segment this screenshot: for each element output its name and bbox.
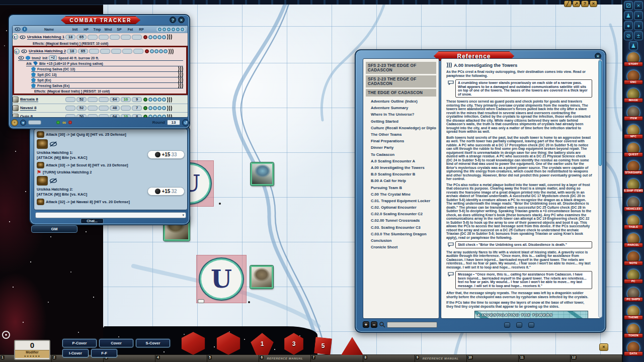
view-button[interactable] <box>516 322 522 328</box>
toc-item[interactable]: B.00 A Call for Help <box>366 177 436 184</box>
info-icon[interactable]: i <box>22 27 27 32</box>
toc-header[interactable]: SFS 2-23 THE EDGE OF CADASCON <box>366 62 436 74</box>
sp-cell[interactable]: 64 <box>110 97 120 102</box>
sp-cell[interactable]: 48 <box>110 106 120 111</box>
status-icon[interactable] <box>148 35 152 39</box>
reference-content[interactable]: A.00 Investigating the Towers As the PCs… <box>441 58 601 319</box>
init-cell[interactable] <box>65 97 75 102</box>
rp-cell[interactable]: 7 <box>132 106 142 111</box>
rp-cell[interactable] <box>132 35 142 40</box>
chat-log[interactable]: Attack [30] -> [at Quig 8] [HIT vs. 25 D… <box>34 129 188 210</box>
hp-cell[interactable]: 65 <box>78 49 88 54</box>
modifier-box[interactable]: 0 Modifier ★★★★★★ <box>14 340 50 360</box>
init-cell[interactable]: 18 <box>67 49 77 54</box>
roll-result-chip[interactable]: +15 33 <box>147 150 185 159</box>
wnd-cell[interactable] <box>99 35 109 40</box>
hotkey-slot[interactable]: 7 <box>311 355 363 362</box>
status-icon[interactable] <box>148 98 152 102</box>
status-icon[interactable] <box>148 115 152 118</box>
attack-claw-icon[interactable] <box>178 77 183 83</box>
view-button[interactable] <box>504 322 510 328</box>
wnd-cell[interactable] <box>99 97 109 102</box>
sidebar-button[interactable]: NPC <box>623 124 644 142</box>
hotkey-slot[interactable]: 11 <box>519 355 571 362</box>
toc-item[interactable]: B.0 Scaling Encounter B <box>366 171 436 177</box>
map-control-icon[interactable]: × <box>590 1 597 7</box>
wnd-cell[interactable] <box>99 114 109 118</box>
toc-item[interactable]: Cronicle Sheet <box>366 244 436 250</box>
toc-item[interactable]: Culture (Recall Knowledge) or Diplomac <box>366 125 436 131</box>
toc-item[interactable]: C.02.0 Scaling Encounter C2 <box>366 211 436 217</box>
tracker-row-ursikka-1[interactable]: U Ursikka Hatchling 1 18 65 <box>13 33 188 41</box>
zoom-out-button[interactable]: − <box>371 321 377 328</box>
sidebar-button[interactable]: NOTE <box>623 250 644 268</box>
toc-item[interactable]: C.00 The Crystal Mine <box>366 191 436 198</box>
tracker-row-barsala[interactable]: Barsala 8 52 64 10 9 <box>13 95 188 104</box>
tmp-cell[interactable] <box>88 97 98 102</box>
collapse-icon[interactable]: ▼ <box>20 120 26 126</box>
sidebar-button[interactable]: IMAGE <box>623 87 644 106</box>
map-control-icon[interactable]: ╱ <box>564 1 572 7</box>
map-control-icon[interactable]: ↗ <box>573 1 580 7</box>
map-preview-image[interactable]: A INVESTIGATING THE TOWERS <box>474 311 588 319</box>
status-icon[interactable] <box>157 106 162 110</box>
search-input[interactable] <box>387 322 437 328</box>
utility-icon[interactable]: ● <box>624 21 633 30</box>
attack-claw-icon[interactable] <box>167 97 172 103</box>
pc-token-navasi[interactable] <box>251 162 274 186</box>
wnd-cell[interactable] <box>99 106 109 111</box>
map-titlebar[interactable] <box>103 0 621 5</box>
eye-icon[interactable] <box>18 56 24 60</box>
status-icon[interactable] <box>162 98 166 102</box>
sidebar-button[interactable]: TOKEN <box>623 323 644 341</box>
view-button[interactable] <box>528 322 534 328</box>
tmp-cell[interactable] <box>88 114 98 118</box>
toc-item[interactable]: Pursuing Team B <box>366 184 436 191</box>
die[interactable]: 3 <box>283 333 305 355</box>
cover-button[interactable]: I-Cover <box>62 349 89 357</box>
green-visibility-icon[interactable] <box>56 121 60 124</box>
map-tool-icon[interactable]: × <box>599 343 608 351</box>
toc-header[interactable]: SFS 2-23 THE EDGE OF CADASCON <box>366 75 436 87</box>
status-icon[interactable] <box>153 106 157 110</box>
cover-button[interactable]: P-Cover <box>62 339 97 347</box>
die[interactable]: 1 <box>251 333 274 355</box>
reference-toc[interactable]: SFS 2-23 THE EDGE OF CADASCONSFS 2-23 TH… <box>363 58 439 319</box>
status-icon[interactable] <box>153 115 157 118</box>
status-icon[interactable] <box>153 98 157 102</box>
red-visibility-icon[interactable] <box>68 121 72 124</box>
scrollbar-thumb[interactable] <box>599 60 602 166</box>
toc-item[interactable]: C.01. Trapped Equipment Locker <box>366 198 436 204</box>
toc-item[interactable]: To Cadascon <box>366 151 436 158</box>
attack-text[interactable]: Spit (Ex) <box>37 78 51 82</box>
status-icon[interactable] <box>157 115 162 118</box>
sidebar-button[interactable]: ENC <box>623 69 644 87</box>
attack-text[interactable]: Freezing Saliva (Ex) <box>37 84 69 87</box>
toc-item[interactable]: Adventure Summary <box>366 105 436 111</box>
effects-line[interactable]: Effects: (Magical Beast traits) ] (RESIS… <box>14 88 186 94</box>
chat-input-tab[interactable]: Chat... <box>80 218 104 224</box>
sidebar-button[interactable]: ITEM <box>623 106 644 124</box>
utility-icon[interactable]: ◗ <box>634 11 643 20</box>
attack-claw-icon[interactable] <box>178 72 183 77</box>
sidebar-button[interactable]: DATA <box>623 341 644 359</box>
hotkey-slot[interactable]: 10 <box>467 355 519 362</box>
pc-token-quig[interactable] <box>250 265 273 289</box>
init-cell[interactable]: 18 <box>65 35 75 40</box>
reference-window[interactable]: Reference × SFS 2-23 THE EDGE OF CADASCO… <box>355 49 606 333</box>
attack-claw-icon[interactable] <box>167 106 172 111</box>
close-icon[interactable]: × <box>178 17 185 23</box>
attack-text[interactable]: Bite +15 (1d6+10 P plus freezing saliva) <box>39 62 103 65</box>
zoom-in-button[interactable]: + <box>363 321 369 328</box>
chat-mode-dropdown[interactable]: ▾ <box>35 212 186 218</box>
attack-claw-icon[interactable] <box>178 83 183 88</box>
chat-window[interactable]: Attack [30] -> [at Quig 8] [HIT vs. 25 D… <box>29 125 190 225</box>
die[interactable] <box>341 337 363 355</box>
sp-cell[interactable] <box>110 35 120 40</box>
init-mod-chip[interactable]: +2 <box>49 55 56 60</box>
hotkey-slot[interactable]: 6 REFERENCE MANUAL <box>259 355 311 362</box>
sidebar-button[interactable]: STORY <box>623 51 644 69</box>
utility-icon[interactable]: ♟ <box>624 11 633 20</box>
tracker-row-navasi[interactable]: Navasi 8 52 48 7 <box>13 104 188 112</box>
utility-icon[interactable]: ◑ <box>634 21 643 30</box>
